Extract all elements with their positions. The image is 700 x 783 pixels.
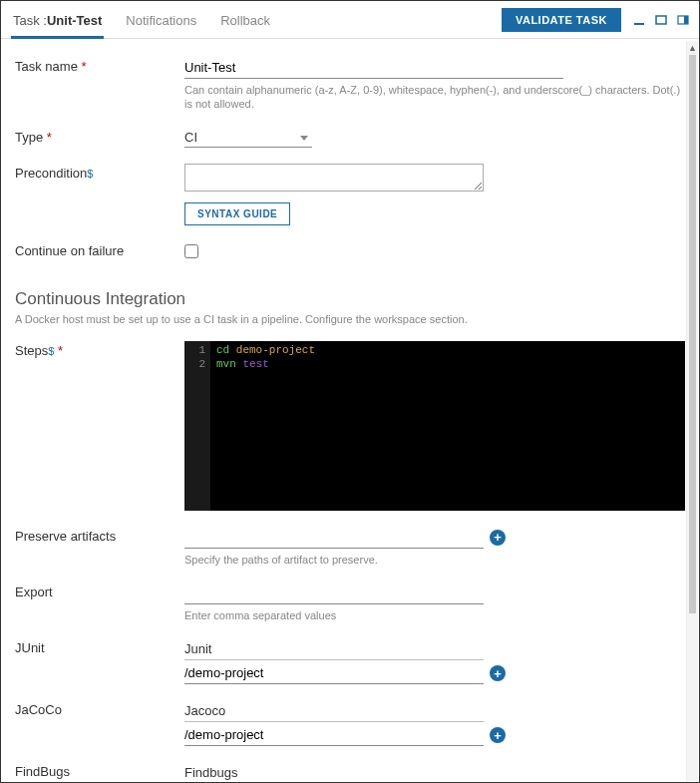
tab-task-name: Unit-Test xyxy=(47,13,102,28)
jacoco-name: Jacoco xyxy=(184,700,484,722)
task-name-helper: Can contain alphanumeric (a-z, A-Z, 0-9)… xyxy=(184,83,685,112)
preserve-artifacts-label: Preserve artifacts xyxy=(15,527,184,567)
junit-path-input[interactable] xyxy=(184,662,484,684)
preserve-artifacts-add-button[interactable]: + xyxy=(490,530,506,546)
vertical-scrollbar[interactable]: ▲ xyxy=(686,41,698,781)
code-gutter: 1 2 xyxy=(184,341,210,511)
svg-rect-0 xyxy=(634,23,644,25)
export-helper: Enter comma separated values xyxy=(184,608,685,622)
steps-label: Steps$ * xyxy=(15,341,184,511)
scroll-up-arrow[interactable]: ▲ xyxy=(687,41,698,55)
tab-rollback[interactable]: Rollback xyxy=(218,7,272,38)
junit-label: JUnit xyxy=(15,638,184,684)
findbugs-name: Findbugs xyxy=(184,762,484,780)
tab-task-prefix: Task : xyxy=(13,13,47,28)
type-value: CI xyxy=(184,128,312,147)
task-name-input[interactable] xyxy=(184,57,563,79)
steps-code-editor[interactable]: 1 2 cd demo-project mvn test xyxy=(184,341,685,511)
code-body: cd demo-project mvn test xyxy=(210,341,321,511)
continue-on-failure-checkbox[interactable] xyxy=(184,244,198,258)
junit-name: Junit xyxy=(184,638,484,660)
svg-rect-3 xyxy=(684,16,688,24)
task-name-label: Task name * xyxy=(15,57,184,112)
junit-add-button[interactable]: + xyxy=(490,665,506,681)
validate-task-button[interactable]: VALIDATE TASK xyxy=(502,8,621,32)
minimize-icon[interactable] xyxy=(633,14,645,26)
jacoco-add-button[interactable]: + xyxy=(490,727,506,743)
continue-on-failure-label: Continue on failure xyxy=(15,241,184,261)
tab-task[interactable]: Task :Unit-Test xyxy=(11,7,104,39)
syntax-guide-button[interactable]: SYNTAX GUIDE xyxy=(184,202,290,225)
findbugs-label: FindBugs xyxy=(15,762,184,780)
type-label: Type * xyxy=(15,128,184,148)
preserve-artifacts-helper: Specify the paths of artifact to preserv… xyxy=(184,553,685,567)
ci-section-title: Continuous Integration xyxy=(15,289,685,309)
svg-rect-1 xyxy=(656,16,666,24)
dock-icon[interactable] xyxy=(677,14,689,26)
precondition-input[interactable] xyxy=(184,164,484,192)
ci-section-helper: A Docker host must be set up to use a CI… xyxy=(15,313,685,325)
tab-notifications[interactable]: Notifications xyxy=(124,7,198,38)
precondition-label: Precondition$ xyxy=(15,164,184,225)
maximize-icon[interactable] xyxy=(655,14,667,26)
export-input[interactable] xyxy=(184,583,484,604)
jacoco-path-input[interactable] xyxy=(184,724,484,746)
preserve-artifacts-input[interactable] xyxy=(184,527,484,549)
type-select[interactable]: CI xyxy=(184,128,312,148)
scroll-thumb[interactable] xyxy=(689,55,696,613)
jacoco-label: JaCoCo xyxy=(15,700,184,746)
export-label: Export xyxy=(15,583,184,622)
